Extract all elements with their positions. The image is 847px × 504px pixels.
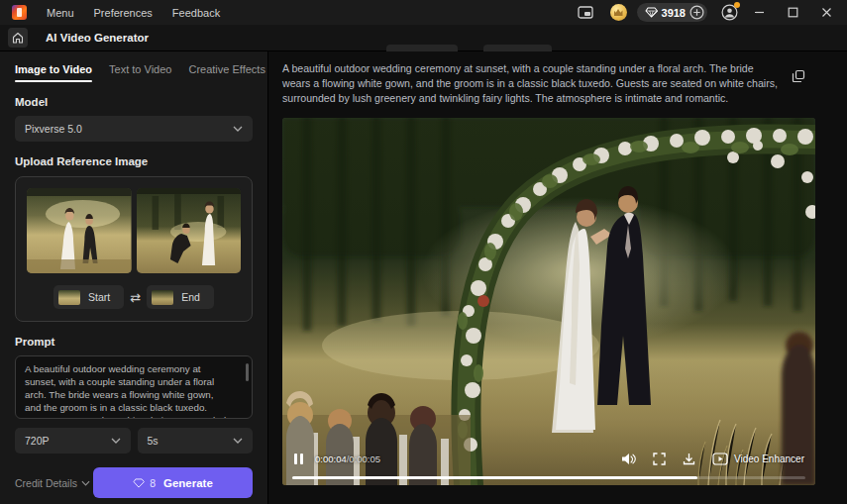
duration-value: 5s	[148, 435, 159, 447]
prompt-label: Prompt	[15, 336, 253, 348]
generate-button[interactable]: 8 Generate	[93, 467, 253, 498]
app-logo-icon	[12, 5, 27, 20]
generate-cost: 8	[150, 477, 156, 489]
seek-progress	[292, 476, 697, 479]
pause-button[interactable]	[293, 453, 304, 465]
download-button[interactable]	[683, 453, 695, 465]
start-frame-thumbnail[interactable]	[27, 188, 132, 273]
gem-icon	[645, 7, 658, 18]
maximize-button[interactable]	[780, 4, 805, 22]
copy-prompt-button[interactable]	[792, 69, 805, 83]
credits-pill[interactable]: 3918	[637, 3, 707, 22]
generator-panel: Image to Video Text to Video Creative Ef…	[0, 51, 268, 504]
profile-button[interactable]	[721, 4, 738, 21]
start-frame-image	[27, 188, 132, 273]
home-button[interactable]	[8, 28, 28, 48]
prompt-input[interactable]: A beautiful outdoor wedding ceremony at …	[16, 356, 236, 418]
volume-button[interactable]	[621, 453, 636, 465]
page-title: AI Video Generator	[46, 32, 149, 44]
close-button[interactable]	[813, 4, 839, 22]
prompt-scrollbar[interactable]	[246, 363, 249, 381]
copy-icon	[792, 69, 805, 83]
fullscreen-button[interactable]	[653, 453, 666, 465]
model-select[interactable]: Pixverse 5.0	[15, 116, 253, 142]
vip-avatar[interactable]	[610, 4, 627, 21]
start-label: Start	[88, 291, 110, 303]
reference-image-box: Start ⇄ End	[15, 176, 253, 322]
history-thumbnail-edge	[386, 45, 458, 51]
add-credits-icon[interactable]	[689, 5, 704, 20]
generation-description: A beautiful outdoor wedding ceremony at …	[282, 61, 780, 106]
credit-details-toggle[interactable]: Credit Details	[15, 477, 90, 489]
swap-icon[interactable]: ⇄	[130, 291, 141, 304]
gem-icon	[133, 478, 145, 488]
duration-select[interactable]: 5s	[138, 428, 254, 454]
seek-bar[interactable]	[292, 476, 805, 479]
home-icon	[12, 32, 24, 44]
video-player[interactable]: 0:00:04/0:00:05	[282, 118, 815, 485]
prompt-field-wrap: A beautiful outdoor wedding ceremony at …	[15, 355, 253, 419]
model-value: Pixverse 5.0	[25, 123, 82, 135]
resolution-value: 720P	[25, 435, 50, 447]
video-enhancer-icon	[712, 453, 728, 465]
credit-details-label: Credit Details	[15, 477, 77, 489]
preferences-button[interactable]: Preferences	[94, 7, 153, 19]
minimize-button[interactable]	[746, 4, 772, 22]
tab-text-to-video[interactable]: Text to Video	[109, 63, 171, 82]
start-mini-thumb	[58, 290, 80, 305]
video-controls: 0:00:04/0:00:05	[282, 448, 815, 469]
menu-button[interactable]: Menu	[47, 7, 74, 19]
total-duration: 0:00:05	[349, 454, 380, 464]
model-label: Model	[15, 96, 253, 108]
mode-tabs: Image to Video Text to Video Creative Ef…	[15, 63, 253, 82]
end-frame-thumbnail[interactable]	[137, 188, 242, 273]
wedding-video-frame	[282, 118, 815, 485]
history-thumbnail-edge	[483, 45, 552, 51]
chevron-down-icon	[111, 438, 121, 444]
credits-count: 3918	[662, 7, 686, 19]
notification-badge	[734, 2, 740, 8]
preview-panel: A beautiful outdoor wedding ceremony at …	[268, 51, 847, 504]
app-window: Menu Preferences Feedback 3918	[0, 0, 847, 504]
chevron-down-icon	[233, 126, 243, 132]
chevron-down-icon	[81, 480, 90, 486]
video-enhancer-button[interactable]: Video Enhancer	[712, 453, 804, 465]
tab-creative-effects[interactable]: Creative Effects	[188, 63, 265, 82]
time-display: 0:00:04/0:00:05	[315, 454, 380, 464]
generate-label: Generate	[163, 477, 213, 489]
chevron-down-icon	[233, 438, 243, 444]
end-mini-thumb	[152, 290, 173, 305]
end-label: End	[181, 291, 200, 303]
screencast-icon[interactable]	[575, 5, 596, 21]
current-time: 0:00:04	[315, 454, 347, 464]
resolution-select[interactable]: 720P	[15, 428, 131, 454]
start-frame-button[interactable]: Start	[53, 285, 124, 309]
feedback-button[interactable]: Feedback	[172, 7, 220, 19]
tab-image-to-video[interactable]: Image to Video	[15, 63, 92, 82]
upload-label: Upload Reference Image	[15, 155, 253, 167]
titlebar: Menu Preferences Feedback 3918	[0, 0, 847, 25]
end-frame-button[interactable]: End	[147, 285, 214, 309]
video-enhancer-label: Video Enhancer	[734, 454, 804, 464]
end-frame-image	[137, 188, 242, 273]
